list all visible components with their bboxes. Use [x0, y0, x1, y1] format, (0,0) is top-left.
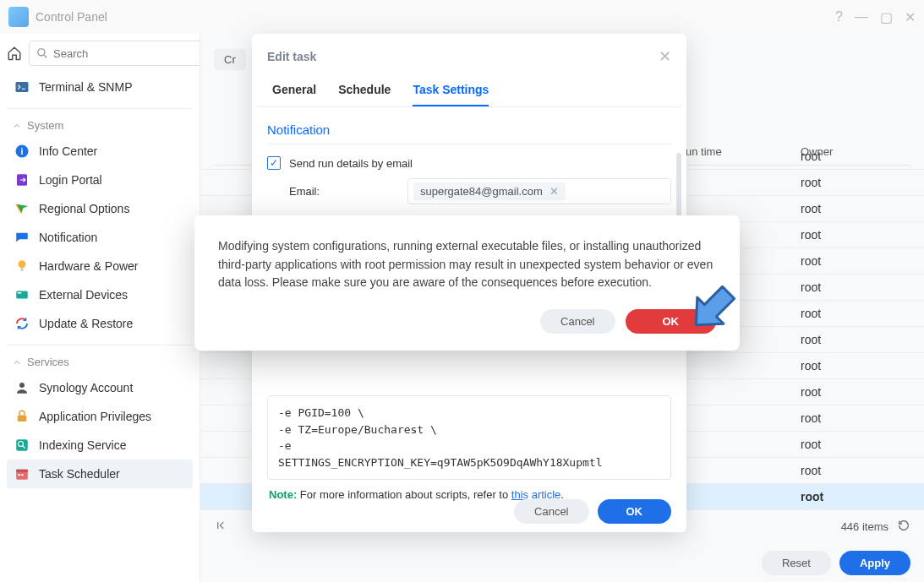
warning-modal: Modifying system configurations, running… — [194, 215, 740, 351]
create-button[interactable]: Cr — [214, 49, 246, 70]
sidebar-item-terminal[interactable]: Terminal & SNMP — [7, 73, 193, 101]
sidebar-item-regional-options[interactable]: Regional Options — [7, 194, 193, 223]
chevron-up-icon — [12, 121, 22, 131]
tab-task-settings[interactable]: Task Settings — [413, 78, 489, 106]
app-icon — [8, 7, 29, 27]
usb-icon — [14, 286, 30, 303]
checkbox-send-email-label: Send run details by email — [289, 157, 413, 170]
pointer-arrow-icon — [685, 275, 746, 339]
svg-rect-15 — [19, 474, 20, 476]
svg-point-9 — [19, 383, 25, 388]
refresh-icon — [14, 315, 30, 332]
close-icon[interactable]: ✕ — [905, 9, 916, 25]
svg-rect-1 — [16, 82, 29, 92]
sidebar-item-task-scheduler[interactable]: Task Scheduler — [7, 460, 193, 488]
sidebar-item-info-center[interactable]: i Info Center — [7, 137, 193, 166]
home-icon[interactable] — [7, 41, 22, 65]
warning-text: Modifying system configurations, running… — [218, 237, 716, 292]
globe-icon — [14, 200, 30, 217]
tab-general[interactable]: General — [272, 78, 316, 106]
chat-icon — [14, 229, 30, 246]
sidebar-item-label: Terminal & SNMP — [39, 80, 132, 94]
bulb-icon — [14, 258, 30, 275]
svg-point-0 — [38, 49, 45, 56]
page-first-icon[interactable] — [214, 519, 227, 535]
svg-text:i: i — [21, 146, 24, 156]
section-notification: Notification — [267, 116, 671, 144]
modal-title: Edit task — [267, 50, 659, 63]
script-textarea[interactable]: -e PGID=100 \ -e TZ=Europe/Bucharest \ -… — [267, 395, 671, 480]
sidebar-item-synology-account[interactable]: Synology Account — [7, 373, 193, 402]
svg-rect-16 — [21, 474, 23, 476]
sidebar-item-application-privileges[interactable]: Application Privileges — [7, 402, 193, 431]
index-icon — [14, 437, 30, 454]
login-portal-icon — [14, 171, 30, 188]
terminal-icon — [14, 79, 30, 95]
tab-schedule[interactable]: Schedule — [338, 78, 391, 106]
maximize-icon[interactable]: ▢ — [880, 9, 893, 25]
refresh-icon[interactable] — [897, 519, 910, 535]
modal-close-icon[interactable]: ✕ — [659, 47, 671, 66]
reset-button[interactable]: Reset — [762, 551, 831, 575]
sidebar-section-system[interactable]: System — [12, 119, 193, 132]
svg-point-5 — [19, 260, 26, 268]
sidebar-item-update-restore[interactable]: Update & Restore — [7, 309, 193, 338]
svg-rect-10 — [18, 416, 27, 422]
sidebar-section-services[interactable]: Services — [12, 356, 193, 368]
email-label: Email: — [289, 185, 391, 198]
chevron-up-icon — [12, 357, 22, 367]
checkbox-send-email[interactable]: ✓ — [267, 156, 281, 170]
svg-rect-14 — [16, 470, 28, 472]
apply-button[interactable]: Apply — [839, 551, 910, 575]
user-icon — [14, 379, 30, 396]
lock-icon — [14, 408, 30, 425]
svg-rect-7 — [16, 291, 28, 299]
minimize-icon[interactable]: — — [855, 9, 868, 24]
email-input[interactable]: supergate84@gmail.com ✕ — [407, 178, 671, 204]
sidebar-item-indexing-service[interactable]: Indexing Service — [7, 431, 193, 460]
help-icon[interactable]: ? — [835, 9, 843, 24]
window-title: Control Panel — [36, 10, 823, 24]
sidebar: Terminal & SNMP System i Info Center Log… — [0, 34, 200, 582]
sidebar-item-login-portal[interactable]: Login Portal — [7, 166, 193, 194]
sidebar-item-hardware-power[interactable]: Hardware & Power — [7, 252, 193, 280]
sidebar-item-notification[interactable]: Notification — [7, 223, 193, 252]
calendar-icon — [14, 465, 30, 482]
edit-cancel-button[interactable]: Cancel — [514, 499, 588, 524]
remove-email-icon[interactable]: ✕ — [549, 185, 559, 198]
email-chip: supergate84@gmail.com ✕ — [413, 182, 566, 200]
info-icon: i — [14, 143, 30, 160]
search-icon — [36, 47, 48, 59]
edit-ok-button[interactable]: OK — [598, 499, 672, 524]
titlebar: Control Panel ? — ▢ ✕ — [0, 0, 924, 34]
search-input-wrap[interactable] — [29, 41, 200, 66]
svg-rect-8 — [18, 292, 22, 294]
items-count: 446 items — [841, 520, 888, 533]
warn-cancel-button[interactable]: Cancel — [540, 309, 615, 334]
sidebar-item-external-devices[interactable]: External Devices — [7, 280, 193, 309]
svg-rect-6 — [21, 268, 24, 271]
search-input[interactable] — [53, 47, 195, 60]
